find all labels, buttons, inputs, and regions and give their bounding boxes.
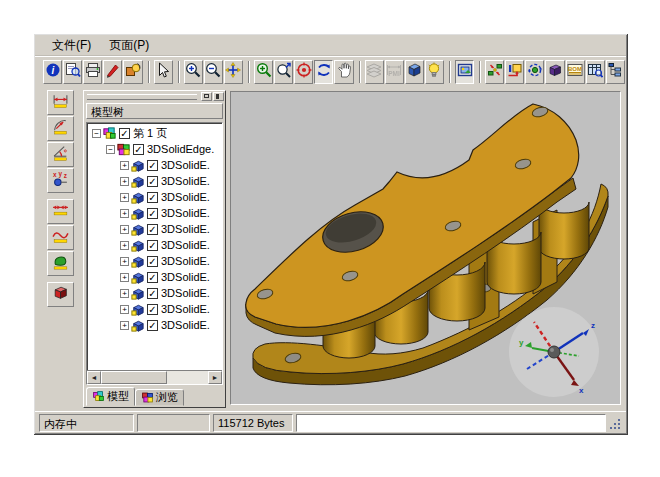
collapse-toggle-icon[interactable]: − bbox=[92, 129, 101, 138]
scroll-track[interactable] bbox=[101, 371, 208, 384]
tree-row[interactable]: +✓3DSolidE. bbox=[89, 253, 221, 269]
info-button[interactable]: i bbox=[43, 60, 62, 84]
coordinate-dimension-button[interactable]: xyz bbox=[47, 168, 74, 193]
linear-dimension-button[interactable] bbox=[47, 90, 74, 115]
status-message bbox=[296, 414, 606, 432]
visibility-checkbox[interactable]: ✓ bbox=[147, 224, 158, 235]
tree-horizontal-scrollbar[interactable]: ◄ ► bbox=[87, 370, 222, 384]
area-measure-button[interactable] bbox=[47, 251, 74, 276]
capture-image-button[interactable] bbox=[455, 60, 474, 84]
visibility-checkbox[interactable]: ✓ bbox=[147, 208, 158, 219]
visibility-checkbox[interactable]: ✓ bbox=[147, 320, 158, 331]
expand-toggle-icon[interactable]: + bbox=[120, 177, 129, 186]
tree-row[interactable]: +✓3DSolidE. bbox=[89, 173, 221, 189]
toolbar-separator bbox=[148, 61, 150, 83]
zoom-in-button[interactable] bbox=[184, 60, 203, 84]
part-icon bbox=[130, 222, 146, 237]
expand-toggle-icon[interactable]: + bbox=[120, 273, 129, 282]
angular-dimension-button[interactable] bbox=[47, 142, 74, 167]
zoom-window-icon bbox=[256, 62, 272, 82]
zoom-all-button[interactable] bbox=[294, 60, 313, 84]
lighting-button[interactable] bbox=[425, 60, 444, 84]
angular-dim-icon bbox=[52, 144, 69, 165]
report-table-button[interactable] bbox=[586, 60, 605, 84]
visibility-checkbox[interactable]: ✓ bbox=[119, 128, 130, 139]
orbit-button[interactable] bbox=[525, 60, 544, 84]
pan-button[interactable] bbox=[224, 60, 243, 84]
expand-toggle-icon[interactable]: + bbox=[120, 209, 129, 218]
redline-edit-button[interactable] bbox=[103, 60, 122, 84]
panel-titlebar[interactable] bbox=[84, 91, 225, 102]
chain-dimension-button[interactable] bbox=[47, 199, 74, 224]
visibility-checkbox[interactable]: ✓ bbox=[147, 304, 158, 315]
tree-row[interactable]: +✓3DSolidE. bbox=[89, 301, 221, 317]
tree-row[interactable]: +✓3DSolidE. bbox=[89, 221, 221, 237]
explode-parts-button[interactable] bbox=[485, 60, 504, 84]
tree-row[interactable]: +✓3DSolidE. bbox=[89, 269, 221, 285]
tree-row[interactable]: +✓3DSolidE. bbox=[89, 317, 221, 333]
expand-toggle-icon[interactable]: + bbox=[120, 321, 129, 330]
display-options-button[interactable] bbox=[123, 60, 142, 84]
expand-toggle-icon[interactable]: + bbox=[120, 193, 129, 202]
visibility-checkbox[interactable]: ✓ bbox=[147, 160, 158, 171]
rotate-view-button[interactable] bbox=[314, 60, 333, 84]
save-view-button[interactable] bbox=[505, 60, 524, 84]
expand-toggle-icon[interactable]: + bbox=[120, 257, 129, 266]
tree-row[interactable]: +✓3DSolidE. bbox=[89, 189, 221, 205]
expand-toggle-icon[interactable]: + bbox=[120, 305, 129, 314]
menu-item-file[interactable]: 文件(F) bbox=[43, 35, 100, 56]
model-tree-toggle-button[interactable] bbox=[606, 60, 625, 84]
visibility-checkbox[interactable]: ✓ bbox=[147, 192, 158, 203]
zoom-window-button[interactable] bbox=[254, 60, 273, 84]
tree-row[interactable]: +✓3DSolidE. bbox=[89, 157, 221, 173]
radial-dimension-button[interactable] bbox=[47, 116, 74, 141]
expand-toggle-icon[interactable]: + bbox=[120, 241, 129, 250]
resize-grip-icon[interactable] bbox=[609, 415, 622, 431]
menu-item-page[interactable]: 页面(P) bbox=[100, 35, 158, 56]
toolbar-separator bbox=[479, 61, 481, 83]
view-3d-button[interactable] bbox=[405, 60, 424, 84]
tab-browse[interactable]: 浏览 bbox=[135, 389, 184, 406]
tree-row[interactable]: +✓3DSolidE. bbox=[89, 205, 221, 221]
print-button[interactable] bbox=[83, 60, 102, 84]
viewport-3d[interactable]: z x y bbox=[230, 91, 621, 405]
collapse-toggle-icon[interactable]: − bbox=[106, 145, 115, 154]
expand-toggle-icon[interactable]: + bbox=[120, 161, 129, 170]
panel-drag-grip-icon[interactable] bbox=[87, 94, 197, 100]
tree-row[interactable]: +✓3DSolidE. bbox=[89, 237, 221, 253]
part-icon bbox=[130, 270, 146, 285]
visibility-checkbox[interactable]: ✓ bbox=[133, 144, 144, 155]
tree-row[interactable]: −✓第 1 页 bbox=[89, 125, 221, 141]
zoom-dynamic-button[interactable] bbox=[274, 60, 293, 84]
visibility-checkbox[interactable]: ✓ bbox=[147, 240, 158, 251]
print-preview-button[interactable] bbox=[63, 60, 82, 84]
panel-close-button[interactable] bbox=[213, 92, 224, 101]
tab-model[interactable]: 模型 bbox=[86, 387, 135, 406]
visibility-checkbox[interactable]: ✓ bbox=[147, 288, 158, 299]
app-window: 文件(F) 页面(P) iPMIBOM xyz 模型树 −✓第 1 页−✓3DS… bbox=[33, 33, 628, 435]
scroll-left-arrow-icon[interactable]: ◄ bbox=[87, 371, 101, 384]
part-icon bbox=[130, 158, 146, 173]
panel-restore-button[interactable] bbox=[201, 92, 212, 101]
linear-dim-icon bbox=[52, 92, 69, 113]
solid-display-button[interactable] bbox=[545, 60, 564, 84]
expand-toggle-icon[interactable]: + bbox=[120, 289, 129, 298]
select-button[interactable] bbox=[154, 60, 173, 84]
visibility-checkbox[interactable]: ✓ bbox=[147, 256, 158, 267]
pan-hand-button[interactable] bbox=[334, 60, 353, 84]
radial-dim-icon bbox=[52, 118, 69, 139]
expand-toggle-icon[interactable]: + bbox=[120, 225, 129, 234]
visibility-checkbox[interactable]: ✓ bbox=[147, 272, 158, 283]
volume-measure-button[interactable] bbox=[47, 282, 74, 307]
scroll-thumb[interactable] bbox=[101, 371, 167, 384]
scroll-right-arrow-icon[interactable]: ► bbox=[208, 371, 222, 384]
visibility-checkbox[interactable]: ✓ bbox=[147, 176, 158, 187]
zoom-out-button[interactable] bbox=[204, 60, 223, 84]
screenshot-stage: 文件(F) 页面(P) iPMIBOM xyz 模型树 −✓第 1 页−✓3DS… bbox=[0, 0, 660, 477]
bom-button[interactable]: BOM bbox=[566, 60, 585, 84]
browse-tab-icon bbox=[141, 391, 154, 404]
curve-dimension-button[interactable] bbox=[47, 225, 74, 250]
tree-row[interactable]: +✓3DSolidE. bbox=[89, 285, 221, 301]
tree-item-label: 3DSolidE. bbox=[161, 175, 210, 187]
tree-row[interactable]: −✓3DSolidEdge. bbox=[89, 141, 221, 157]
